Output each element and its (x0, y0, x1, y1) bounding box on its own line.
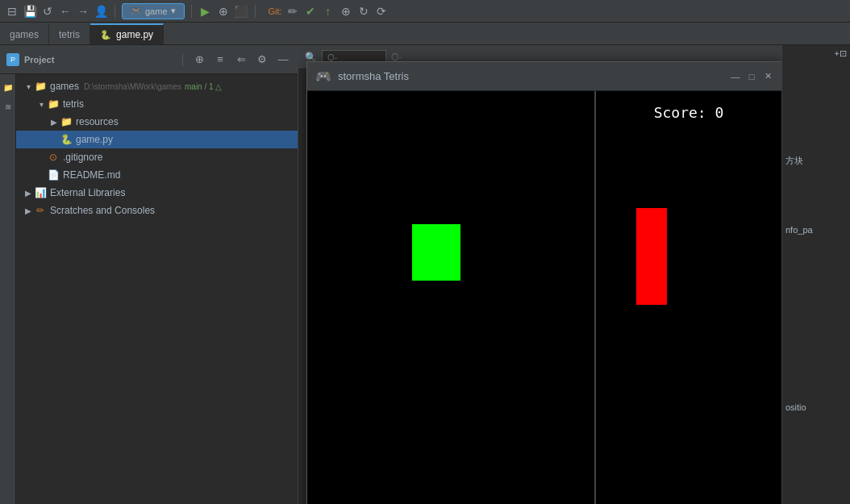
add-config-icon[interactable]: ⊕ (216, 4, 231, 19)
run-icon[interactable]: ▶ (198, 4, 213, 19)
tree-path-games: D:\stormsha\MWork\games (84, 82, 181, 91)
tree-label-extlibs: External Libraries (50, 187, 125, 198)
tetris-maximize-btn[interactable]: □ (746, 71, 757, 82)
folder-icon-games: 📁 (34, 80, 47, 93)
git-sync-icon[interactable]: ⟳ (374, 4, 389, 19)
tree-label-resources: resources (76, 116, 119, 127)
gitignore-icon: ⊙ (47, 151, 60, 164)
folder-icon-tetris: 📁 (47, 98, 60, 110)
tab-games-label: games (10, 29, 39, 40)
library-icon: 📊 (34, 186, 47, 199)
tree-item-readme[interactable]: ▶ 📄 README.md (16, 166, 298, 184)
tree-item-ext-libs[interactable]: ▶ 📊 External Libraries (16, 184, 298, 202)
right-panel-text1: ⊡ + (782, 45, 850, 52)
green-tetris-block (412, 224, 460, 281)
tetris-title-buttons: — □ ✕ (730, 71, 773, 82)
project-strip-icon[interactable]: 📁 (2, 81, 15, 94)
git-edit-icon[interactable]: ✏ (285, 4, 300, 19)
game-btn-label: game (145, 6, 168, 16)
left-strip: 📁 ≋ (0, 74, 16, 504)
sidebar-toolbar: P Project ⊕ ≡ ⇐ ⚙ — (0, 45, 298, 74)
tree-item-tetris[interactable]: ▾ 📁 tetris (16, 95, 298, 113)
arrow-resources[interactable]: ▶ (48, 118, 60, 127)
dropdown-arrow-icon: ▾ (171, 6, 176, 16)
right-text-fangkuai: 方块 (782, 148, 850, 173)
file-tree: ▾ 📁 games D:\stormsha\MWork\games main /… (16, 74, 298, 504)
tree-label-readme: README.md (63, 169, 120, 181)
tab-game-py[interactable]: 🐍 game.py (90, 23, 164, 44)
git-area: Git: ✏ ✔ ↑ ⊕ ↻ ⟳ (269, 4, 389, 19)
top-bar-left-icons: ⊟ 💾 ↺ ← → 👤 🎮 game ▾ ▶ ⊕ ⬛ Git: ✏ ✔ ↑ ⊕ … (0, 3, 394, 19)
tree-item-gamepy[interactable]: ▶ 🐍 game.py (16, 131, 298, 148)
git-check-icon[interactable]: ✔ (303, 4, 318, 19)
tree-label-gitignore: .gitignore (63, 152, 102, 163)
structure-strip-icon[interactable]: ≋ (2, 100, 15, 113)
tetris-title-text: stormsha Tetris (338, 70, 730, 82)
git-add-icon[interactable]: ⊕ (339, 4, 353, 19)
sidebar-content: 📁 ≋ ▾ 📁 games D:\stormsha\MWork\games ma… (0, 74, 298, 504)
python-file-icon: 🐍 (60, 133, 73, 146)
tree-item-gitignore[interactable]: ▶ ⊙ .gitignore (16, 148, 298, 166)
toolbar-divider (182, 53, 183, 66)
tabs-row: games tetris 🐍 game.py (0, 23, 850, 45)
divider3 (255, 5, 256, 18)
arrow-tetris[interactable]: ▾ (35, 100, 47, 109)
tetris-minimize-btn[interactable]: — (730, 71, 741, 82)
tree-item-resources[interactable]: ▶ 📁 resources (16, 113, 298, 131)
tree-label-tetris: tetris (63, 98, 84, 110)
menu-icon[interactable]: ⊟ (5, 4, 19, 19)
debug-stop-icon[interactable]: ⬛ (234, 4, 248, 19)
right-plus-icon[interactable]: + (835, 48, 840, 58)
tab-games[interactable]: games (0, 23, 49, 44)
tab-gamepy-label: game.py (116, 29, 153, 40)
main-area: P Project ⊕ ≡ ⇐ ⚙ — 📁 ≋ ▾ 📁 game (0, 45, 850, 504)
git-refresh-icon[interactable]: ↻ (356, 4, 371, 19)
scratch-icon: ✏ (34, 204, 47, 217)
tetris-game-board[interactable] (307, 91, 596, 504)
forward-icon[interactable]: → (76, 4, 90, 19)
save-icon[interactable]: 💾 (23, 4, 37, 19)
branch-info: main / 1 △ (185, 82, 222, 91)
right-expand-icon[interactable]: ⊡ (840, 48, 847, 59)
user-icon[interactable]: 👤 (94, 4, 108, 19)
folder-icon-resources: 📁 (60, 115, 73, 128)
python-tab-icon: 🐍 (100, 30, 111, 40)
top-bar: ⊟ 💾 ↺ ← → 👤 🎮 game ▾ ▶ ⊕ ⬛ Git: ✏ ✔ ↑ ⊕ … (0, 0, 850, 23)
tree-item-scratches[interactable]: ▶ ✏ Scratches and Consoles (16, 202, 298, 219)
new-file-btn[interactable]: ⊕ (191, 52, 207, 68)
arrow-games[interactable]: ▾ (23, 82, 34, 91)
tree-label-gamepy: game.py (76, 134, 113, 145)
tab-tetris-label: tetris (59, 29, 80, 40)
sidebar: P Project ⊕ ≡ ⇐ ⚙ — 📁 ≋ ▾ 📁 game (0, 45, 298, 504)
editor-area: 🔍 Q- 289 290 291 292 293 294 295 296 297… (298, 45, 781, 504)
tetris-window-icon: 🎮 (315, 69, 331, 84)
right-text-nfo: nfo_pa (782, 222, 850, 238)
minimize-sidebar-btn[interactable]: — (275, 52, 291, 68)
tetris-window: 🎮 stormsha Tetris — □ ✕ Score: 0 (306, 61, 781, 504)
tree-label-games: games (50, 81, 79, 92)
git-push-icon[interactable]: ↑ (321, 4, 335, 19)
divider2 (191, 5, 192, 18)
divider1 (115, 5, 115, 18)
game-icon: 🎮 (131, 6, 142, 16)
right-panel: ⊡ + 方块 nfo_pa ositio (781, 45, 850, 504)
tree-item-games-root[interactable]: ▾ 📁 games D:\stormsha\MWork\games main /… (16, 77, 298, 95)
git-label: Git: (269, 6, 282, 16)
tetris-right-panel: Score: 0 (596, 91, 781, 504)
tetris-close-btn[interactable]: ✕ (762, 71, 773, 82)
tetris-titlebar: 🎮 stormsha Tetris — □ ✕ (307, 62, 781, 91)
tree-label-scratches: Scratches and Consoles (50, 205, 155, 216)
tetris-content: Score: 0 (307, 91, 781, 504)
settings-icon[interactable]: ⚙ (254, 52, 270, 68)
game-dropdown-btn[interactable]: 🎮 game ▾ (122, 3, 185, 19)
arrow-scratches[interactable]: ▶ (23, 206, 34, 215)
back-icon[interactable]: ← (58, 4, 73, 19)
refresh-icon[interactable]: ↺ (40, 4, 55, 19)
tab-tetris[interactable]: tetris (49, 23, 90, 44)
arrow-extlibs[interactable]: ▶ (23, 189, 34, 198)
readme-icon: 📄 (47, 169, 60, 181)
sidebar-title: Project (24, 55, 174, 65)
project-icon: P (6, 53, 19, 66)
new-folder-btn[interactable]: ≡ (212, 52, 228, 68)
collapse-all-btn[interactable]: ⇐ (233, 52, 249, 68)
